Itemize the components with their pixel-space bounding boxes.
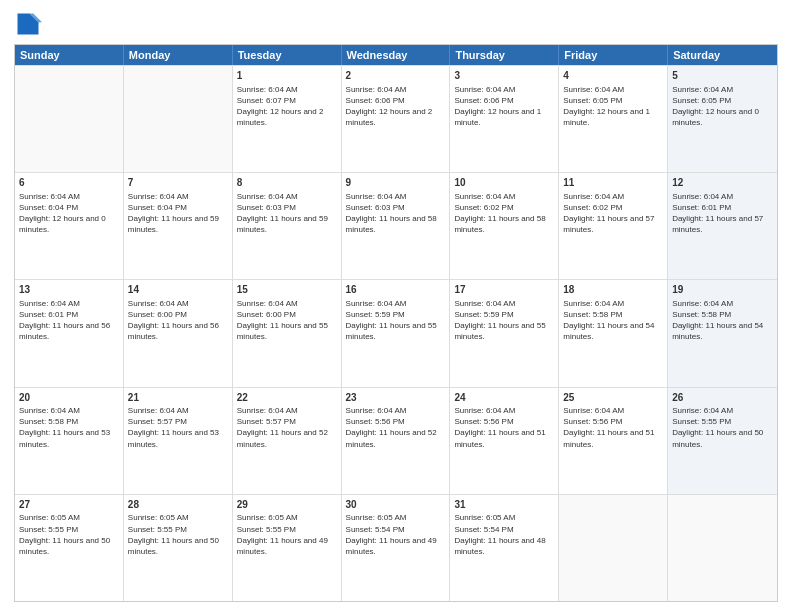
cell-info: Sunrise: 6:04 AMSunset: 5:58 PMDaylight:… (672, 298, 773, 343)
day-number: 30 (346, 498, 446, 512)
day-number: 20 (19, 391, 119, 405)
calendar-row-0: 1Sunrise: 6:04 AMSunset: 6:07 PMDaylight… (15, 65, 777, 172)
day-header-tuesday: Tuesday (233, 45, 342, 65)
day-number: 31 (454, 498, 554, 512)
cell-info: Sunrise: 6:04 AMSunset: 6:00 PMDaylight:… (128, 298, 228, 343)
logo (14, 10, 46, 38)
calendar-cell: 26Sunrise: 6:04 AMSunset: 5:55 PMDayligh… (668, 388, 777, 494)
calendar-cell: 8Sunrise: 6:04 AMSunset: 6:03 PMDaylight… (233, 173, 342, 279)
day-number: 7 (128, 176, 228, 190)
day-number: 5 (672, 69, 773, 83)
day-number: 10 (454, 176, 554, 190)
calendar-cell: 10Sunrise: 6:04 AMSunset: 6:02 PMDayligh… (450, 173, 559, 279)
day-number: 6 (19, 176, 119, 190)
cell-info: Sunrise: 6:05 AMSunset: 5:54 PMDaylight:… (454, 512, 554, 557)
day-number: 19 (672, 283, 773, 297)
cell-info: Sunrise: 6:04 AMSunset: 6:06 PMDaylight:… (346, 84, 446, 129)
day-header-sunday: Sunday (15, 45, 124, 65)
cell-info: Sunrise: 6:04 AMSunset: 5:57 PMDaylight:… (237, 405, 337, 450)
calendar-cell: 13Sunrise: 6:04 AMSunset: 6:01 PMDayligh… (15, 280, 124, 386)
day-number: 4 (563, 69, 663, 83)
calendar-cell: 12Sunrise: 6:04 AMSunset: 6:01 PMDayligh… (668, 173, 777, 279)
cell-info: Sunrise: 6:04 AMSunset: 6:04 PMDaylight:… (19, 191, 119, 236)
calendar-cell: 1Sunrise: 6:04 AMSunset: 6:07 PMDaylight… (233, 66, 342, 172)
calendar-cell: 25Sunrise: 6:04 AMSunset: 5:56 PMDayligh… (559, 388, 668, 494)
calendar-cell (124, 66, 233, 172)
calendar-cell: 6Sunrise: 6:04 AMSunset: 6:04 PMDaylight… (15, 173, 124, 279)
calendar-cell: 29Sunrise: 6:05 AMSunset: 5:55 PMDayligh… (233, 495, 342, 601)
calendar-cell: 19Sunrise: 6:04 AMSunset: 5:58 PMDayligh… (668, 280, 777, 386)
calendar-cell: 11Sunrise: 6:04 AMSunset: 6:02 PMDayligh… (559, 173, 668, 279)
day-number: 1 (237, 69, 337, 83)
calendar-cell: 9Sunrise: 6:04 AMSunset: 6:03 PMDaylight… (342, 173, 451, 279)
day-number: 3 (454, 69, 554, 83)
calendar-cell: 23Sunrise: 6:04 AMSunset: 5:56 PMDayligh… (342, 388, 451, 494)
day-header-saturday: Saturday (668, 45, 777, 65)
cell-info: Sunrise: 6:04 AMSunset: 5:55 PMDaylight:… (672, 405, 773, 450)
calendar-cell: 30Sunrise: 6:05 AMSunset: 5:54 PMDayligh… (342, 495, 451, 601)
cell-info: Sunrise: 6:05 AMSunset: 5:55 PMDaylight:… (19, 512, 119, 557)
day-number: 22 (237, 391, 337, 405)
cell-info: Sunrise: 6:04 AMSunset: 6:07 PMDaylight:… (237, 84, 337, 129)
cell-info: Sunrise: 6:04 AMSunset: 5:59 PMDaylight:… (454, 298, 554, 343)
cell-info: Sunrise: 6:04 AMSunset: 6:05 PMDaylight:… (672, 84, 773, 129)
cell-info: Sunrise: 6:04 AMSunset: 6:01 PMDaylight:… (19, 298, 119, 343)
calendar-cell: 27Sunrise: 6:05 AMSunset: 5:55 PMDayligh… (15, 495, 124, 601)
cell-info: Sunrise: 6:04 AMSunset: 6:00 PMDaylight:… (237, 298, 337, 343)
day-number: 8 (237, 176, 337, 190)
day-number: 23 (346, 391, 446, 405)
day-number: 15 (237, 283, 337, 297)
cell-info: Sunrise: 6:04 AMSunset: 6:05 PMDaylight:… (563, 84, 663, 129)
day-number: 24 (454, 391, 554, 405)
day-number: 28 (128, 498, 228, 512)
calendar-cell (668, 495, 777, 601)
calendar-cell: 24Sunrise: 6:04 AMSunset: 5:56 PMDayligh… (450, 388, 559, 494)
calendar-row-3: 20Sunrise: 6:04 AMSunset: 5:58 PMDayligh… (15, 387, 777, 494)
calendar-row-1: 6Sunrise: 6:04 AMSunset: 6:04 PMDaylight… (15, 172, 777, 279)
page-header (14, 10, 778, 38)
calendar-cell: 22Sunrise: 6:04 AMSunset: 5:57 PMDayligh… (233, 388, 342, 494)
calendar-cell: 5Sunrise: 6:04 AMSunset: 6:05 PMDaylight… (668, 66, 777, 172)
calendar-cell: 3Sunrise: 6:04 AMSunset: 6:06 PMDaylight… (450, 66, 559, 172)
day-number: 14 (128, 283, 228, 297)
day-number: 11 (563, 176, 663, 190)
calendar-cell: 20Sunrise: 6:04 AMSunset: 5:58 PMDayligh… (15, 388, 124, 494)
calendar-cell (559, 495, 668, 601)
day-header-friday: Friday (559, 45, 668, 65)
cell-info: Sunrise: 6:04 AMSunset: 5:57 PMDaylight:… (128, 405, 228, 450)
calendar-cell: 14Sunrise: 6:04 AMSunset: 6:00 PMDayligh… (124, 280, 233, 386)
day-number: 29 (237, 498, 337, 512)
calendar-cell: 16Sunrise: 6:04 AMSunset: 5:59 PMDayligh… (342, 280, 451, 386)
cell-info: Sunrise: 6:05 AMSunset: 5:54 PMDaylight:… (346, 512, 446, 557)
calendar-cell: 18Sunrise: 6:04 AMSunset: 5:58 PMDayligh… (559, 280, 668, 386)
day-number: 17 (454, 283, 554, 297)
cell-info: Sunrise: 6:04 AMSunset: 5:56 PMDaylight:… (563, 405, 663, 450)
day-number: 2 (346, 69, 446, 83)
cell-info: Sunrise: 6:04 AMSunset: 5:56 PMDaylight:… (454, 405, 554, 450)
calendar-cell: 21Sunrise: 6:04 AMSunset: 5:57 PMDayligh… (124, 388, 233, 494)
cell-info: Sunrise: 6:04 AMSunset: 5:58 PMDaylight:… (563, 298, 663, 343)
logo-icon (14, 10, 42, 38)
calendar-cell (15, 66, 124, 172)
calendar-cell: 4Sunrise: 6:04 AMSunset: 6:05 PMDaylight… (559, 66, 668, 172)
cell-info: Sunrise: 6:04 AMSunset: 6:03 PMDaylight:… (237, 191, 337, 236)
cell-info: Sunrise: 6:04 AMSunset: 6:02 PMDaylight:… (563, 191, 663, 236)
calendar-cell: 15Sunrise: 6:04 AMSunset: 6:00 PMDayligh… (233, 280, 342, 386)
day-number: 13 (19, 283, 119, 297)
day-number: 21 (128, 391, 228, 405)
calendar-cell: 31Sunrise: 6:05 AMSunset: 5:54 PMDayligh… (450, 495, 559, 601)
day-number: 27 (19, 498, 119, 512)
day-header-monday: Monday (124, 45, 233, 65)
day-number: 12 (672, 176, 773, 190)
cell-info: Sunrise: 6:04 AMSunset: 6:03 PMDaylight:… (346, 191, 446, 236)
day-number: 26 (672, 391, 773, 405)
calendar-cell: 28Sunrise: 6:05 AMSunset: 5:55 PMDayligh… (124, 495, 233, 601)
cell-info: Sunrise: 6:04 AMSunset: 6:04 PMDaylight:… (128, 191, 228, 236)
calendar-cell: 7Sunrise: 6:04 AMSunset: 6:04 PMDaylight… (124, 173, 233, 279)
cell-info: Sunrise: 6:04 AMSunset: 6:06 PMDaylight:… (454, 84, 554, 129)
cell-info: Sunrise: 6:04 AMSunset: 6:01 PMDaylight:… (672, 191, 773, 236)
day-number: 18 (563, 283, 663, 297)
day-number: 9 (346, 176, 446, 190)
calendar-row-2: 13Sunrise: 6:04 AMSunset: 6:01 PMDayligh… (15, 279, 777, 386)
cell-info: Sunrise: 6:04 AMSunset: 5:58 PMDaylight:… (19, 405, 119, 450)
